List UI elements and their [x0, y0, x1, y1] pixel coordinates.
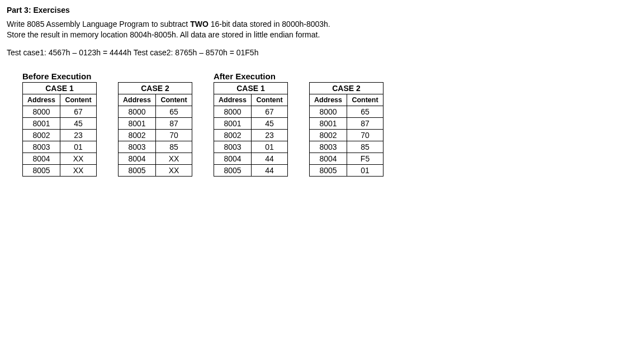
content-cell: 44: [252, 164, 288, 176]
content-cell: 85: [347, 141, 383, 153]
table-row: 800145: [214, 117, 288, 129]
test-cases-line: Test case1: 4567h – 0123h = 4444h Test c…: [7, 48, 637, 57]
table-row: 800065: [310, 106, 383, 117]
table-row: 800501: [310, 164, 383, 176]
content-cell: F5: [347, 153, 383, 164]
content-cell: 01: [60, 141, 97, 153]
addr-cell: 8002: [23, 129, 60, 141]
after-execution-label: After Execution: [214, 72, 383, 81]
content-cell: XX: [60, 153, 97, 164]
tables-container: Before Execution CASE 1 Address Content …: [7, 72, 637, 177]
case-label: CASE 1: [214, 82, 288, 94]
desc-pre: Write 8085 Assembly Language Program to …: [7, 20, 190, 28]
content-cell: 70: [347, 129, 383, 141]
content-cell: XX: [156, 164, 192, 176]
addr-cell: 8001: [23, 117, 60, 129]
content-cell: 67: [60, 106, 97, 117]
content-cell: 70: [156, 129, 192, 141]
content-cell: 85: [156, 141, 192, 153]
addr-cell: 8003: [310, 141, 347, 153]
before-execution-label: Before Execution: [22, 72, 192, 81]
table-row: 8005XX: [23, 164, 97, 176]
content-cell: XX: [156, 153, 192, 164]
addr-cell: 8003: [214, 141, 252, 153]
before-case2-table: CASE 2 Address Content 800065 800187 800…: [118, 82, 192, 177]
addr-cell: 8004: [119, 153, 156, 164]
addr-cell: 8000: [214, 106, 252, 117]
table-row: 800301: [23, 141, 97, 153]
addr-cell: 8002: [310, 129, 347, 141]
addr-cell: 8003: [23, 141, 60, 153]
content-cell: 87: [347, 117, 383, 129]
table-row: 800301: [214, 141, 288, 153]
addr-cell: 8005: [119, 164, 156, 176]
table-row: 800187: [119, 117, 192, 129]
content-cell: 23: [60, 129, 97, 141]
table-row: 800270: [310, 129, 383, 141]
case-label: CASE 1: [23, 82, 97, 94]
content-cell: 87: [156, 117, 192, 129]
table-row: 800223: [23, 129, 97, 141]
addr-cell: 8002: [119, 129, 156, 141]
after-case1-table: CASE 1 Address Content 800067 800145 800…: [214, 82, 288, 177]
table-row: 800065: [119, 106, 192, 117]
addr-cell: 8000: [23, 106, 60, 117]
table-row: 800385: [310, 141, 383, 153]
addr-cell: 8002: [214, 129, 252, 141]
content-cell: 65: [347, 106, 383, 117]
addr-cell: 8004: [310, 153, 347, 164]
table-row: 800067: [214, 106, 288, 117]
desc-post: 16-bit data stored in 8000h-8003h.: [209, 20, 330, 28]
table-row: 8004F5: [310, 153, 383, 164]
addr-cell: 8003: [119, 141, 156, 153]
addr-cell: 8000: [119, 106, 156, 117]
content-cell: 23: [252, 129, 288, 141]
addr-cell: 8004: [214, 153, 252, 164]
content-cell: 44: [252, 153, 288, 164]
content-cell: 01: [252, 141, 288, 153]
content-cell: 65: [156, 106, 192, 117]
after-case2-table: CASE 2 Address Content 800065 800187 800…: [309, 82, 383, 177]
table-row: 800067: [23, 106, 97, 117]
addr-cell: 8004: [23, 153, 60, 164]
content-cell: XX: [60, 164, 97, 176]
addr-cell: 8001: [119, 117, 156, 129]
content-header: Content: [156, 94, 192, 106]
table-row: 8004XX: [23, 153, 97, 164]
content-header: Content: [252, 94, 288, 106]
case-label: CASE 2: [119, 82, 192, 94]
addr-cell: 8001: [310, 117, 347, 129]
table-row: 800187: [310, 117, 383, 129]
before-group: Before Execution CASE 1 Address Content …: [22, 72, 192, 177]
addr-cell: 8000: [310, 106, 347, 117]
case-label: CASE 2: [310, 82, 383, 94]
keyword-two: TWO: [190, 20, 209, 28]
addr-cell: 8005: [310, 164, 347, 176]
addr-cell: 8005: [214, 164, 252, 176]
description-line-1: Write 8085 Assembly Language Program to …: [7, 19, 637, 30]
table-row: 800444: [214, 153, 288, 164]
content-header: Content: [347, 94, 383, 106]
addr-cell: 8001: [214, 117, 252, 129]
before-case1-table: CASE 1 Address Content 800067 800145 800…: [22, 82, 97, 177]
addr-header: Address: [23, 94, 60, 106]
description-line-2: Store the result in memory location 8004…: [7, 30, 637, 40]
section-heading: Part 3: Exercises: [7, 6, 637, 15]
content-header: Content: [60, 94, 97, 106]
table-row: 800385: [119, 141, 192, 153]
table-row: 800270: [119, 129, 192, 141]
table-row: 8004XX: [119, 153, 192, 164]
table-row: 800544: [214, 164, 288, 176]
table-row: 800145: [23, 117, 97, 129]
addr-header: Address: [310, 94, 347, 106]
table-row: 800223: [214, 129, 288, 141]
addr-cell: 8005: [23, 164, 60, 176]
addr-header: Address: [119, 94, 156, 106]
after-group: After Execution CASE 1 Address Content 8…: [214, 72, 383, 177]
addr-header: Address: [214, 94, 252, 106]
table-row: 8005XX: [119, 164, 192, 176]
content-cell: 01: [347, 164, 383, 176]
content-cell: 67: [252, 106, 288, 117]
content-cell: 45: [252, 117, 288, 129]
content-cell: 45: [60, 117, 97, 129]
